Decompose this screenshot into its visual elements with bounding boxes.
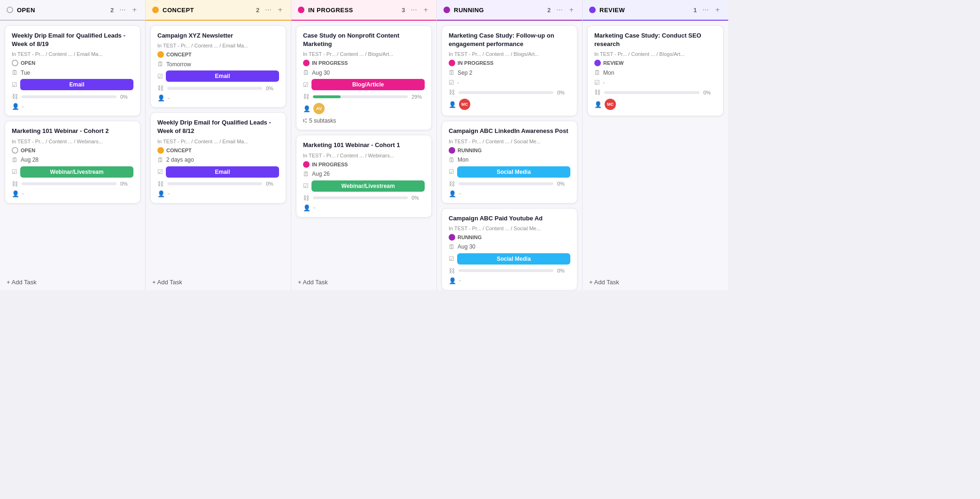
column-body: Case Study on Nonprofit Content Marketin… [291, 21, 436, 274]
calendar-icon: 🗓 [157, 156, 163, 164]
column-header-open: OPEN 2 ··· + [0, 0, 145, 21]
status-dot [303, 161, 310, 168]
card-breadcrumb: In TEST - Pr... / Content ... / Email Ma… [157, 139, 279, 144]
card-status-label: IN PROGRESS [312, 60, 348, 66]
checkbox-icon: ☑ [157, 73, 163, 80]
card-breadcrumb: In TEST - Pr... / Content ... / Webinars… [12, 139, 133, 144]
column-header-inprogress: IN PROGRESS 3 ··· + [291, 0, 436, 21]
subtasks-row: ⑆ 5 subtasks [303, 117, 425, 124]
more-icon[interactable]: ··· [263, 5, 273, 15]
status-dot [12, 60, 18, 66]
card-breadcrumb: In TEST - Pr... / Content ... / Email Ma… [12, 51, 133, 57]
progress-bar-bg [167, 182, 262, 185]
task-card[interactable]: Marketing 101 Webinar - Cohort 1 In TEST… [296, 135, 432, 217]
add-task-button[interactable]: + Add Task [0, 274, 145, 290]
card-status-label: RUNNING [458, 234, 482, 240]
task-card[interactable]: Marketing 101 Webinar - Cohort 2 In TEST… [5, 121, 140, 203]
calendar-icon: 🗓 [157, 61, 163, 68]
more-icon[interactable]: ··· [409, 5, 419, 15]
progress-label: 0% [266, 86, 279, 91]
progress-label: 0% [120, 181, 133, 187]
column-actions: ··· + [263, 5, 284, 15]
card-status: OPEN [12, 147, 133, 154]
add-column-icon[interactable]: + [422, 5, 430, 15]
progress-label: 0% [557, 268, 570, 273]
add-task-button[interactable]: + Add Task [146, 274, 291, 290]
assignee-dash: - [168, 190, 170, 197]
card-title: Marketing Case Study: Conduct SEO resear… [594, 31, 716, 48]
column-header-concept: CONCEPT 2 ··· + [146, 0, 291, 21]
progress-bar-bg [22, 182, 117, 185]
card-date: Aug 26 [312, 171, 330, 177]
card-type-row: ☑ Social Media [449, 166, 570, 178]
card-assignee-row: 👤 MC [594, 99, 716, 110]
calendar-icon: 🗓 [303, 171, 309, 178]
add-task-button[interactable]: + Add Task [291, 274, 436, 290]
task-card[interactable]: Weekly Drip Email for Qualified Leads - … [150, 112, 286, 203]
progress-label: 0% [266, 181, 279, 187]
card-progress-row: ⛓ 0% [12, 180, 133, 187]
card-breadcrumb: In TEST - Pr... / Content ... / Social M… [449, 226, 570, 231]
more-icon[interactable]: ··· [554, 5, 564, 15]
task-card[interactable]: Campaign XYZ Newsletter In TEST - Pr... … [150, 25, 286, 108]
progress-label: 0% [557, 90, 570, 95]
card-progress-row: ⛓ 0% [449, 89, 570, 96]
card-type-row: ☑ Email [157, 70, 279, 82]
more-icon[interactable]: ··· [700, 5, 710, 15]
calendar-icon: 🗓 [303, 69, 309, 76]
card-progress-row: ⛓ 0% [303, 195, 425, 202]
type-badge: Blog/Article [311, 79, 425, 90]
add-task-button[interactable]: + Add Task [583, 274, 728, 290]
card-assignee-row: 👤 MC [449, 99, 570, 110]
card-progress-row: ⛓ 0% [449, 180, 570, 187]
link-icon: ⛓ [12, 93, 18, 100]
status-dot [589, 7, 596, 13]
avatar: AV [313, 103, 325, 114]
card-breadcrumb: In TEST - Pr... / Content ... / Webinars… [303, 153, 425, 158]
add-column-icon[interactable]: + [131, 5, 139, 15]
task-card[interactable]: Marketing Case Study: Conduct SEO resear… [587, 25, 723, 116]
card-title: Marketing 101 Webinar - Cohort 2 [12, 127, 133, 135]
card-title: Campaign ABC Paid Youtube Ad [449, 214, 570, 223]
more-icon[interactable]: ··· [117, 5, 127, 15]
assignee-dash: - [459, 190, 461, 197]
card-date: Tue [21, 70, 30, 76]
card-date: Tomorrow [166, 61, 191, 68]
column-review: REVIEW 1 ··· + Marketing Case Study: Con… [583, 0, 728, 290]
add-column-icon[interactable]: + [276, 5, 284, 15]
task-card[interactable]: Case Study on Nonprofit Content Marketin… [296, 25, 432, 130]
progress-bar-bg [167, 87, 262, 90]
column-concept: CONCEPT 2 ··· + Campaign XYZ Newsletter … [146, 0, 291, 290]
avatar: MC [605, 99, 616, 110]
status-dot [12, 147, 18, 154]
card-breadcrumb: In TEST - Pr... / Content ... / Email Ma… [157, 43, 279, 48]
add-column-icon[interactable]: + [568, 5, 576, 15]
status-dot [303, 60, 310, 66]
type-badge: Email [166, 70, 279, 82]
card-assignee-row: 👤 - [12, 190, 133, 197]
progress-label: 0% [557, 181, 570, 187]
progress-bar-bg [604, 91, 700, 94]
card-type-row: ☑ Email [12, 79, 133, 90]
add-column-icon[interactable]: + [714, 5, 722, 15]
card-date: Aug 30 [458, 243, 475, 250]
card-progress-row: ⛓ 29% [303, 93, 425, 100]
card-status: OPEN [12, 60, 133, 66]
task-card[interactable]: Marketing Case Study: Follow-up on engag… [442, 25, 577, 116]
card-date-row: 🗓 Aug 30 [449, 243, 570, 250]
card-title: Campaign ABC LinkedIn Awareness Post [449, 127, 570, 135]
task-card[interactable]: Weekly Drip Email for Qualified Leads - … [5, 25, 140, 116]
task-card[interactable]: Campaign ABC Paid Youtube Ad In TEST - P… [442, 208, 577, 290]
card-date: Aug 30 [312, 70, 330, 76]
type-dash: - [603, 79, 605, 86]
task-card[interactable]: Campaign ABC LinkedIn Awareness Post In … [442, 121, 577, 203]
card-title: Case Study on Nonprofit Content Marketin… [303, 31, 425, 48]
card-breadcrumb: In TEST - Pr... / Content ... / Blogs/Ar… [594, 51, 716, 57]
status-dot [443, 7, 450, 13]
status-dot [298, 7, 304, 13]
status-dot [594, 60, 601, 66]
checkbox-icon: ☑ [12, 81, 17, 88]
column-title: CONCEPT [163, 7, 252, 14]
progress-label: 0% [412, 195, 425, 201]
kanban-board: OPEN 2 ··· + Weekly Drip Email for Quali… [0, 0, 980, 290]
